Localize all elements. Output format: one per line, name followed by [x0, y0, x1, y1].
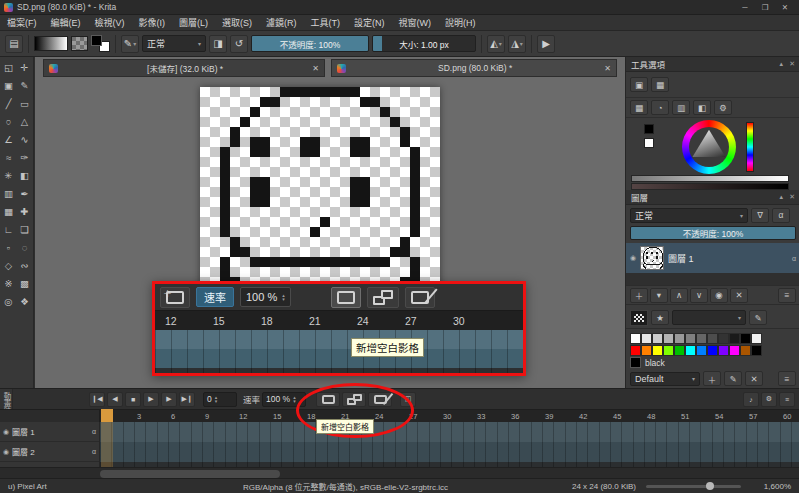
tool-move[interactable]: ✛ — [17, 59, 32, 76]
hue-bar[interactable] — [746, 122, 754, 172]
tool-select-freehand[interactable]: ∾ — [17, 257, 32, 274]
menu-item-5[interactable]: 選取(S) — [215, 16, 259, 29]
close-icon[interactable]: ✕ — [604, 64, 611, 73]
callout-rate-label[interactable]: 速率 — [196, 287, 234, 307]
tool-select-polygonal[interactable]: ◇ — [1, 257, 16, 274]
eraser-mode-button[interactable]: ◨ — [209, 35, 227, 53]
delete-layer-button[interactable]: ✕ — [730, 288, 748, 303]
close-button[interactable]: ✕ — [775, 3, 795, 12]
brush-preset-thumbnail[interactable] — [630, 310, 648, 326]
new-document-button[interactable]: ▤ — [5, 35, 23, 53]
layer-properties-button[interactable]: ◉ — [710, 288, 728, 303]
favorite-star-button[interactable]: ★ — [651, 310, 669, 325]
alpha-lock-button[interactable]: α — [772, 208, 790, 223]
palette-swatch-row2-1[interactable] — [641, 345, 652, 356]
tool-measure[interactable]: ∟ — [1, 221, 16, 238]
menu-item-7[interactable]: 工具(T) — [304, 16, 348, 29]
minimize-button[interactable]: ─ — [735, 3, 755, 12]
spin-down-icon[interactable]: ▾ — [282, 297, 285, 301]
float-docker-icon[interactable]: ▴ — [780, 60, 784, 68]
skip-to-end-button[interactable]: ▶❙ — [179, 392, 195, 407]
shade-strip-light[interactable] — [631, 175, 789, 182]
menu-item-0[interactable]: 檔案(F) — [0, 16, 44, 29]
remove-color-button[interactable]: ✕ — [745, 371, 763, 386]
palette-swatch-row2-5[interactable] — [685, 345, 696, 356]
palette-swatch-row1-5[interactable] — [685, 333, 696, 344]
mirror-horizontal-button[interactable]: ◭▾ — [487, 35, 505, 53]
palette-swatch-row2-9[interactable] — [729, 345, 740, 356]
playhead-marker[interactable] — [101, 409, 113, 422]
shade-strip-dark[interactable] — [631, 183, 789, 190]
tool-crop[interactable]: ▣ — [1, 77, 16, 94]
tool-rectangle[interactable]: ▭ — [17, 95, 32, 112]
timeline-menu-button[interactable]: ≡ — [779, 392, 795, 407]
zoom-slider[interactable] — [646, 485, 741, 488]
layer-menu-button[interactable]: ≡ — [778, 288, 796, 303]
callout-remove-frame-button[interactable] — [405, 287, 435, 308]
brush-preset-dropdown[interactable]: ▾ — [672, 310, 746, 325]
gradient-arrow-button[interactable]: ▶ — [537, 35, 555, 53]
selector-shape-square-button[interactable]: ▦ — [630, 100, 648, 115]
skip-to-start-button[interactable]: ❙◀ — [89, 392, 105, 407]
tool-select-elliptical[interactable]: ◌ — [17, 239, 32, 256]
tool-select-contiguous[interactable]: ※ — [1, 275, 16, 292]
selector-settings-button[interactable]: ⚙ — [714, 100, 732, 115]
palette-swatch-row2-6[interactable] — [696, 345, 707, 356]
timeline-layer-row-1[interactable]: ◉圖層 2α — [0, 442, 99, 462]
tool-select-rectangular[interactable]: ▫ — [1, 239, 16, 256]
eye-icon[interactable]: ◉ — [630, 254, 636, 262]
blend-mode-dropdown[interactable]: 正常▾ — [142, 35, 206, 52]
add-layer-type-dropdown[interactable]: ▾ — [650, 288, 668, 303]
previous-frame-button[interactable]: ◀ — [107, 392, 123, 407]
opacity-slider[interactable]: 不透明度: 100% — [251, 35, 369, 52]
subwindow-titlebar-active[interactable]: SD.png (80.0 KiB) * ✕ — [331, 59, 617, 77]
stop-button[interactable]: ■ — [125, 392, 141, 407]
color-wheel[interactable] — [682, 120, 736, 174]
palette-swatch-row1-3[interactable] — [663, 333, 674, 344]
brush-editor-button[interactable]: ✎▾ — [121, 35, 139, 53]
edit-brush-button[interactable]: ✎ — [749, 310, 767, 325]
palette-swatch-row1-11[interactable] — [751, 333, 762, 344]
menu-item-6[interactable]: 濾鏡(R) — [259, 16, 304, 29]
palette-swatch-row2-10[interactable] — [740, 345, 751, 356]
palette-swatch-row2-11[interactable] — [751, 345, 762, 356]
layer-row[interactable]: ◉ 圖層 1 α — [626, 243, 799, 273]
edit-palette-button[interactable]: ✎ — [724, 371, 742, 386]
maximize-button[interactable]: ❐ — [755, 3, 775, 12]
close-docker-icon[interactable]: ✕ — [789, 60, 795, 68]
callout-rate-spinbox[interactable]: 100 %▴▾ — [240, 287, 291, 307]
close-docker-icon[interactable]: ✕ — [789, 193, 795, 201]
selector-shape-strip-button[interactable]: ▥ — [672, 100, 690, 115]
timeline-layer-row-0[interactable]: ◉圖層 1α — [0, 422, 99, 442]
zoom-slider-handle[interactable] — [706, 482, 714, 490]
eye-icon[interactable]: ◉ — [3, 428, 9, 436]
tool-polyline[interactable]: ∠ — [1, 131, 16, 148]
palette-swatch-row2-0[interactable] — [630, 345, 641, 356]
palette-swatch-row2-8[interactable] — [718, 345, 729, 356]
palette-menu-button[interactable]: ≡ — [778, 371, 796, 386]
callout-add-duplicate-frame-button[interactable] — [367, 287, 399, 308]
tool-dynamic-brush[interactable]: ✑ — [17, 149, 32, 166]
palette-select-dropdown[interactable]: Default▾ — [630, 372, 700, 386]
menu-item-8[interactable]: 設定(N) — [347, 16, 392, 29]
add-color-button[interactable]: ＋ — [703, 371, 721, 386]
pattern-chooser[interactable] — [71, 36, 88, 51]
callout-add-frame-button[interactable]: ＋ — [160, 287, 190, 308]
palette-swatch-row1-2[interactable] — [652, 333, 663, 344]
previous-color-swatch[interactable] — [644, 138, 654, 148]
palette-swatch-row1-9[interactable] — [729, 333, 740, 344]
gradient-chooser[interactable] — [34, 36, 68, 51]
tool-pan[interactable]: ❖ — [17, 293, 32, 310]
palette-swatch-row1-7[interactable] — [707, 333, 718, 344]
layer-blend-mode-dropdown[interactable]: 正常▾ — [630, 208, 748, 223]
callout-add-blank-frame-button[interactable] — [331, 287, 361, 308]
menu-item-3[interactable]: 影像(I) — [132, 16, 173, 29]
tool-freehand-path[interactable]: ≈ — [1, 149, 16, 166]
tool-option-toggle-1[interactable]: ▣ — [630, 77, 648, 92]
tool-option-toggle-2[interactable]: ▦ — [651, 77, 669, 92]
tool-pattern-edit[interactable]: ▦ — [1, 203, 16, 220]
tool-zoom[interactable]: ◎ — [1, 293, 16, 310]
current-color-swatch[interactable] — [644, 124, 654, 134]
spin-down-icon[interactable]: ▾ — [215, 399, 218, 403]
eye-icon[interactable]: ◉ — [3, 448, 9, 456]
